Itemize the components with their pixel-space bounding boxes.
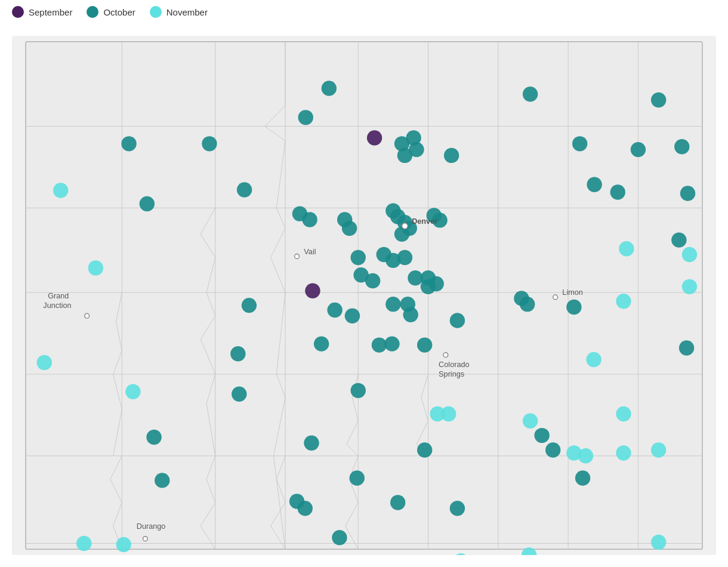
- data-dot-24: [342, 221, 357, 236]
- vail-dot: [295, 254, 300, 259]
- colorado-springs-label: Colorado: [439, 360, 470, 369]
- data-dot-56: [566, 300, 581, 315]
- data-dot-67: [125, 384, 140, 399]
- data-dot-80: [578, 448, 593, 463]
- data-dot-90: [76, 536, 91, 551]
- data-dot-33: [671, 232, 686, 247]
- data-dot-45: [429, 276, 444, 291]
- data-dot-57: [616, 294, 631, 309]
- data-dot-50: [385, 297, 400, 312]
- data-dot-64: [417, 337, 432, 352]
- legend-label-october: October: [103, 7, 135, 17]
- vail-label: Vail: [304, 248, 316, 256]
- limon-label: Limon: [562, 288, 583, 297]
- data-dot-61: [314, 336, 329, 351]
- data-dot-6: [367, 130, 382, 145]
- data-dot-74: [146, 430, 161, 445]
- data-dot-66: [679, 340, 694, 355]
- durango-dot: [143, 537, 148, 541]
- legend-dot-september: [12, 6, 24, 18]
- data-dot-82: [651, 442, 666, 457]
- data-dot-62: [372, 337, 387, 352]
- data-dot-39: [305, 283, 320, 298]
- data-dot-16: [140, 196, 155, 211]
- data-dot-2: [651, 93, 666, 107]
- data-dot-65: [586, 352, 601, 367]
- data-dot-4: [121, 136, 136, 151]
- denver-dot: [402, 223, 408, 229]
- grand-junction-label2: Junction: [43, 301, 71, 310]
- data-dot-93: [454, 553, 468, 555]
- data-dot-10: [397, 148, 412, 163]
- data-dot-92: [332, 530, 347, 545]
- data-dot-63: [384, 336, 399, 351]
- map-container: Denver Vail Grand Junction Limon Colorad…: [12, 36, 716, 555]
- data-dot-0: [322, 81, 337, 95]
- denver-label: Denver: [412, 217, 437, 226]
- data-dot-77: [534, 428, 549, 443]
- data-dot-46: [88, 260, 103, 275]
- data-dot-48: [327, 303, 342, 318]
- data-dot-76: [417, 442, 432, 457]
- data-dot-53: [450, 313, 465, 328]
- data-dot-58: [682, 279, 697, 294]
- data-dot-18: [587, 177, 601, 192]
- colorado-springs-dot: [443, 353, 448, 358]
- legend-item-september: September: [12, 6, 72, 18]
- data-dot-15: [53, 183, 68, 198]
- data-dot-81: [616, 445, 631, 460]
- data-dot-1: [523, 87, 538, 101]
- data-dot-32: [619, 241, 634, 256]
- data-dot-60: [230, 346, 245, 361]
- data-dot-12: [572, 136, 587, 151]
- data-dot-72: [523, 413, 538, 428]
- data-dot-96: [651, 535, 666, 550]
- data-dot-78: [545, 442, 560, 457]
- legend-item-october: October: [87, 6, 135, 18]
- data-dot-49: [345, 309, 360, 323]
- data-dot-69: [351, 383, 366, 398]
- data-dot-91: [116, 537, 131, 552]
- legend-dot-november: [150, 6, 162, 18]
- data-dot-20: [680, 186, 695, 201]
- data-dot-11: [444, 148, 459, 163]
- data-dot-55: [520, 297, 535, 312]
- legend-item-november: November: [150, 6, 208, 18]
- data-dot-59: [37, 355, 52, 370]
- data-dot-3: [298, 110, 313, 125]
- data-dot-88: [450, 501, 465, 516]
- data-dot-83: [155, 473, 169, 488]
- data-dot-5: [202, 136, 217, 151]
- data-dot-86: [350, 470, 365, 485]
- grand-junction-label: Grand: [48, 292, 69, 300]
- data-dot-87: [390, 495, 405, 510]
- data-dot-52: [403, 307, 418, 322]
- data-dot-41: [365, 273, 380, 288]
- svg-rect-0: [26, 42, 702, 549]
- data-dot-71: [441, 406, 456, 421]
- legend-label-november: November: [166, 7, 208, 17]
- data-dot-85: [298, 501, 313, 516]
- legend: September October November: [0, 0, 220, 24]
- data-dot-38: [397, 250, 412, 265]
- grand-junction-dot: [85, 313, 90, 318]
- data-dot-34: [682, 247, 697, 262]
- data-dot-19: [610, 184, 625, 199]
- data-dot-22: [302, 212, 317, 227]
- durango-label: Durango: [137, 522, 166, 531]
- data-dot-75: [304, 436, 319, 451]
- data-dot-89: [575, 470, 590, 485]
- data-dot-35: [351, 250, 366, 265]
- legend-dot-october: [87, 6, 98, 18]
- limon-dot: [553, 295, 558, 300]
- data-dot-14: [674, 139, 689, 154]
- data-dot-13: [631, 142, 646, 157]
- data-dot-17: [237, 182, 252, 197]
- data-dot-73: [616, 406, 631, 421]
- legend-label-september: September: [29, 7, 72, 17]
- colorado-springs-label2: Springs: [439, 370, 464, 378]
- data-dot-47: [242, 298, 257, 313]
- data-dot-68: [232, 386, 246, 401]
